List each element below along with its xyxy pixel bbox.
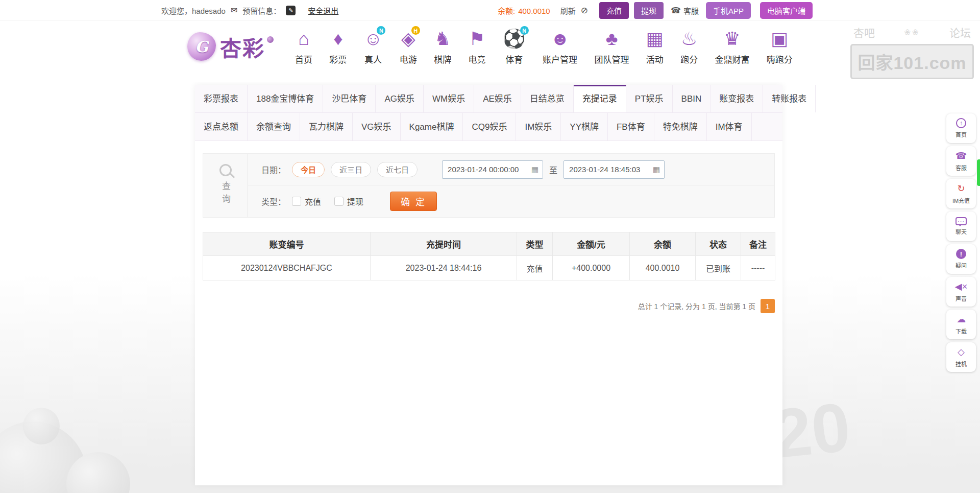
nav-item-paofen[interactable]: ♨ 跑分 bbox=[680, 28, 698, 65]
tool-home[interactable]: ↑ 首页 bbox=[946, 113, 976, 143]
tab-im-sport[interactable]: IM体育 bbox=[707, 113, 752, 140]
logo-text: 杏彩 bbox=[220, 31, 265, 62]
checkbox-recharge[interactable]: 充值 bbox=[292, 195, 321, 207]
site-header: G 杏彩 ⌂ 首页 ♦ 彩票 N ☺ 真人 H ◈ 电游 bbox=[0, 20, 980, 82]
tab-balance-query[interactable]: 余额查询 bbox=[248, 113, 300, 140]
calendar-icon[interactable]: ▦ bbox=[653, 165, 660, 174]
tab-ag[interactable]: AG娱乐 bbox=[376, 85, 424, 112]
tab-row-1: 彩票报表 188金宝博体育 沙巴体育 AG娱乐 WM娱乐 AE娱乐 日结总览 充… bbox=[195, 85, 782, 113]
tab-yy-chess[interactable]: YY棋牌 bbox=[561, 113, 608, 140]
nav-item-hipaofen[interactable]: ▣ 嗨跑分 bbox=[767, 28, 793, 65]
records-card: 彩票报表 188金宝博体育 沙巴体育 AG娱乐 WM娱乐 AE娱乐 日结总览 充… bbox=[195, 85, 782, 485]
range-3days-button[interactable]: 近三日 bbox=[331, 162, 371, 177]
tab-bbin[interactable]: BBIN bbox=[673, 85, 711, 112]
tool-hangup[interactable]: ◇ 挂机 bbox=[946, 342, 976, 372]
cell-balance: 400.0010 bbox=[630, 256, 696, 280]
checkbox-recharge-box[interactable] bbox=[292, 197, 301, 206]
tab-fb-sport[interactable]: FB体育 bbox=[608, 113, 654, 140]
type-label: 类型： bbox=[261, 195, 286, 207]
tool-question[interactable]: ! 疑问 bbox=[946, 244, 976, 274]
type-filter-row: 类型： 充值 提现 确 定 bbox=[248, 185, 774, 217]
refresh-button[interactable]: 刷新 bbox=[560, 5, 576, 16]
tab-rebate-total[interactable]: 返点总额 bbox=[195, 113, 248, 140]
nav-item-wealth[interactable]: ♛ 金鼎财富 bbox=[715, 28, 750, 65]
nav-item-live[interactable]: N ☺ 真人 bbox=[364, 28, 383, 65]
mail-icon[interactable]: ✉ bbox=[231, 6, 237, 15]
balance-display: 余额:400.0010 bbox=[498, 5, 550, 16]
customer-service-link[interactable]: ☎ 客服 bbox=[671, 5, 699, 16]
filter-panel: 查询 日期： 今日 近三日 近七日 ▦ 至 ▦ 类型： bbox=[203, 153, 775, 218]
range-today-button[interactable]: 今日 bbox=[292, 162, 325, 177]
balance-label: 余额: bbox=[498, 7, 515, 15]
recharge-button[interactable]: 充值 bbox=[599, 2, 629, 19]
forum-watermark: 杏吧 ❀❀ 论坛 回家101.com bbox=[850, 25, 974, 79]
tool-chat[interactable]: ··· 聊天 bbox=[946, 212, 976, 241]
confirm-button[interactable]: 确 定 bbox=[390, 192, 437, 211]
tab-kgame[interactable]: Kgame棋牌 bbox=[401, 113, 463, 140]
tab-shaba-sport[interactable]: 沙巴体育 bbox=[323, 85, 376, 112]
cell-type: 充值 bbox=[517, 256, 553, 280]
eye-off-icon[interactable]: ⊘ bbox=[581, 5, 588, 16]
tab-ae[interactable]: AE娱乐 bbox=[474, 85, 521, 112]
date-from-input[interactable] bbox=[447, 165, 527, 174]
service-label: 客服 bbox=[683, 5, 699, 16]
mobile-app-button[interactable]: 手机APP bbox=[706, 2, 751, 19]
withdraw-button[interactable]: 提现 bbox=[634, 2, 664, 19]
tab-account-change-report[interactable]: 账变报表 bbox=[710, 85, 763, 112]
cell-amount: +400.0000 bbox=[553, 256, 630, 280]
edit-icon[interactable]: ✎ bbox=[286, 6, 296, 15]
tab-wali-chess[interactable]: 瓦力棋牌 bbox=[300, 113, 353, 140]
tab-temian-chess[interactable]: 特免棋牌 bbox=[654, 113, 707, 140]
date-from-field[interactable]: ▦ bbox=[442, 160, 543, 179]
nav-item-egames[interactable]: H ◈ 电游 bbox=[400, 28, 417, 65]
tab-transfer-report[interactable]: 转账报表 bbox=[763, 85, 816, 112]
date-to-input[interactable] bbox=[568, 165, 649, 174]
pc-client-button[interactable]: 电脑客户端 bbox=[760, 2, 813, 19]
tab-188-sport[interactable]: 188金宝博体育 bbox=[248, 85, 323, 112]
logo-letter: G bbox=[195, 38, 208, 56]
new-badge: N bbox=[377, 26, 385, 35]
tab-pt[interactable]: PT娱乐 bbox=[626, 85, 673, 112]
col-header-balance: 余额 bbox=[630, 232, 696, 256]
topbar: 欢迎您，hadesado ✉ 预留信息： ✎ 安全退出 余额:400.0010 … bbox=[0, 0, 980, 20]
chat-bubble-icon: ··· bbox=[955, 217, 967, 225]
hipaofen-icon: ▣ bbox=[771, 28, 788, 50]
main-nav: ⌂ 首页 ♦ 彩票 N ☺ 真人 H ◈ 电游 ♞ 棋牌 ⚑ bbox=[295, 28, 793, 65]
reserved-info-label: 预留信息： bbox=[242, 5, 281, 16]
range-7days-button[interactable]: 近七日 bbox=[377, 162, 418, 177]
tab-lottery-report[interactable]: 彩票报表 bbox=[195, 85, 248, 112]
pagination-summary: 总计 1 个记录, 分为 1 页, 当前第 1 页 bbox=[638, 301, 755, 311]
tool-sound[interactable]: ◀× 声音 bbox=[946, 277, 976, 307]
home-icon: ⌂ bbox=[298, 28, 309, 50]
nav-item-lottery[interactable]: ♦ 彩票 bbox=[329, 28, 347, 65]
tab-vg[interactable]: VG娱乐 bbox=[353, 113, 401, 140]
calendar-icon[interactable]: ▦ bbox=[531, 165, 538, 174]
tab-daily-summary[interactable]: 日结总览 bbox=[521, 85, 574, 112]
tool-customer-service[interactable]: ☎ 客服 bbox=[946, 146, 976, 176]
logout-link[interactable]: 安全退出 bbox=[308, 5, 338, 16]
nav-item-home[interactable]: ⌂ 首页 bbox=[295, 28, 312, 65]
page-1-button[interactable]: 1 bbox=[761, 299, 775, 313]
paofen-icon: ♨ bbox=[681, 28, 697, 50]
account-icon: ☻ bbox=[550, 28, 570, 50]
nav-item-sports[interactable]: N ⚽ 体育 bbox=[503, 28, 526, 65]
nav-item-account[interactable]: ☻ 账户管理 bbox=[543, 28, 577, 65]
tool-download[interactable]: ☁ 下载 bbox=[946, 310, 976, 339]
col-header-account-no: 账变编号 bbox=[203, 232, 371, 256]
nav-item-esports[interactable]: ⚑ 电竞 bbox=[469, 28, 486, 65]
wealth-crown-icon: ♛ bbox=[724, 28, 740, 50]
tab-im-entertainment[interactable]: IM娱乐 bbox=[516, 113, 561, 140]
tab-deposit-withdraw-records[interactable]: 充提记录 bbox=[574, 85, 626, 112]
nav-item-activity[interactable]: ▦ 活动 bbox=[646, 28, 664, 65]
tab-wm[interactable]: WM娱乐 bbox=[424, 85, 474, 112]
checkbox-withdraw[interactable]: 提现 bbox=[334, 195, 363, 207]
table-header-row: 账变编号 充提时间 类型 金额/元 余额 状态 备注 bbox=[203, 232, 775, 256]
checkbox-withdraw-box[interactable] bbox=[334, 197, 344, 206]
nav-item-chess[interactable]: ♞ 棋牌 bbox=[434, 28, 451, 65]
col-header-time: 充提时间 bbox=[371, 232, 517, 256]
logo[interactable]: G 杏彩 bbox=[187, 31, 274, 62]
nav-item-team[interactable]: ♣ 团队管理 bbox=[594, 28, 629, 65]
tab-cq9[interactable]: CQ9娱乐 bbox=[463, 113, 516, 140]
date-to-field[interactable]: ▦ bbox=[564, 160, 665, 179]
tool-im-recharge[interactable]: ↻ IM充值 bbox=[946, 179, 976, 208]
